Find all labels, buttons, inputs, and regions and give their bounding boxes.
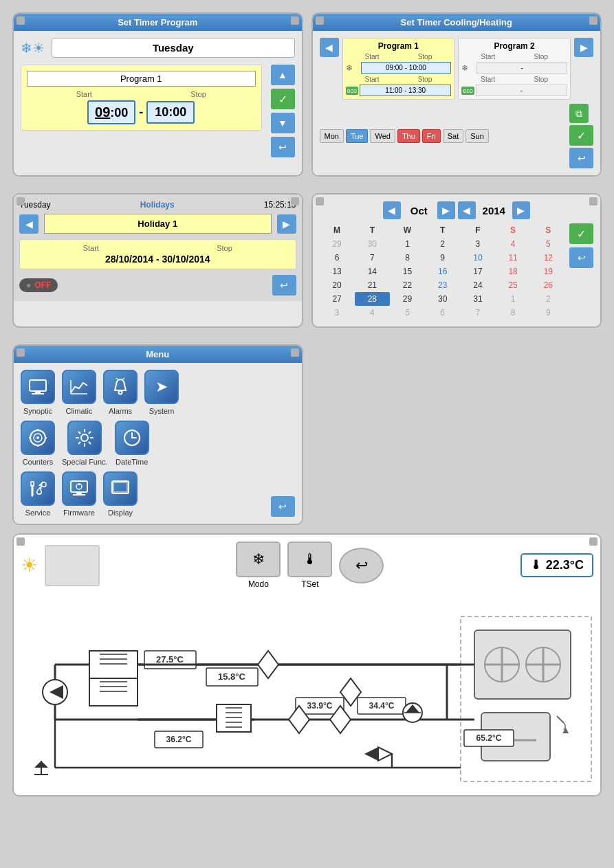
day-mon-button[interactable]: Mon <box>320 129 344 143</box>
prev-month-button[interactable]: ◀ <box>383 201 401 219</box>
table-row[interactable]: 2 <box>531 292 566 306</box>
menu-reset-button[interactable]: ↩ <box>271 496 295 517</box>
table-row[interactable]: 30 <box>425 292 460 306</box>
menu-item-service[interactable]: Service <box>21 471 55 517</box>
menu-item-firmware[interactable]: Firmware <box>62 471 96 517</box>
table-row[interactable]: 22 <box>390 278 425 292</box>
table-row[interactable]: 1 <box>496 292 531 306</box>
table-row[interactable]: 29 <box>390 292 425 306</box>
table-row[interactable]: 17 <box>460 265 495 278</box>
table-row[interactable]: 30 <box>355 237 390 251</box>
cal-header-s2: S <box>531 223 566 237</box>
program2-label: Program 2 <box>461 41 567 51</box>
menu-item-datetime[interactable]: DateTime <box>115 421 149 466</box>
table-row[interactable]: 6 <box>425 306 460 320</box>
table-row[interactable]: 27 <box>320 292 355 306</box>
menu-item-display[interactable]: Display <box>103 471 138 517</box>
table-row[interactable]: 5 <box>390 306 425 320</box>
table-row[interactable]: 9 <box>531 306 566 320</box>
next-month-button[interactable]: ▶ <box>437 201 455 219</box>
reset-cooling-button[interactable]: ↩ <box>569 148 593 168</box>
table-row[interactable]: 9 <box>425 251 460 265</box>
copy-button[interactable]: ⧉ <box>569 104 589 123</box>
table-row[interactable]: 28 <box>355 292 390 306</box>
table-row[interactable]: 14 <box>355 265 390 278</box>
table-row[interactable]: 7 <box>355 251 390 265</box>
time-up-button[interactable]: ▲ <box>271 65 295 85</box>
table-row[interactable]: 4 <box>355 306 390 320</box>
menu-item-climatic[interactable]: Climatic <box>62 370 96 415</box>
tset-label: TSet <box>301 579 318 589</box>
table-row[interactable]: 24 <box>460 278 495 292</box>
table-row[interactable]: 29 <box>320 237 355 251</box>
table-row[interactable]: 16 <box>425 265 460 278</box>
table-row[interactable]: 3 <box>460 237 495 251</box>
table-row[interactable]: 7 <box>460 306 495 320</box>
table-row[interactable]: 31 <box>460 292 495 306</box>
start-time-box[interactable]: 09:00 <box>87 100 135 124</box>
svg-line-6 <box>116 378 118 379</box>
table-row[interactable]: 20 <box>320 278 355 292</box>
table-row[interactable]: 3 <box>320 306 355 320</box>
back-button[interactable]: ↩ <box>339 548 384 583</box>
next-year-button[interactable]: ▶ <box>512 201 530 219</box>
day-tue-button[interactable]: Tue <box>346 129 369 143</box>
tset-button-container[interactable]: 🌡 TSet <box>287 542 332 589</box>
svg-text:34.4°C: 34.4°C <box>369 701 395 711</box>
next-holiday-button[interactable]: ▶ <box>277 214 296 234</box>
table-row[interactable]: 12 <box>531 251 566 265</box>
table-row[interactable]: 26 <box>531 278 566 292</box>
menu-item-counters[interactable]: Counters <box>21 421 55 466</box>
menu-item-alarms[interactable]: Alarms <box>103 370 138 415</box>
p1-cool-time[interactable]: 09:00 - 10:00 <box>361 62 452 74</box>
prev-holiday-button[interactable]: ◀ <box>19 214 39 234</box>
day-thu-button[interactable]: Thu <box>397 129 420 143</box>
reset-button[interactable]: ↩ <box>271 137 295 157</box>
holiday-reset-button[interactable]: ↩ <box>272 275 296 296</box>
confirm-button[interactable]: ✓ <box>271 89 295 109</box>
table-row[interactable]: 11 <box>496 251 531 265</box>
cal-reset-button[interactable]: ↩ <box>569 247 593 268</box>
table-row[interactable]: 8 <box>496 306 531 320</box>
svg-point-15 <box>81 434 88 441</box>
p1-eco-time[interactable]: 11:00 - 13:30 <box>360 85 451 96</box>
table-row[interactable]: 23 <box>425 278 460 292</box>
svg-rect-26 <box>112 481 129 493</box>
table-row[interactable]: 13 <box>320 265 355 278</box>
menu-item-system[interactable]: ➤ System <box>144 370 179 415</box>
day-fri-button[interactable]: Fri <box>422 129 441 143</box>
table-row[interactable]: 21 <box>355 278 390 292</box>
stop-time-box[interactable]: 10:00 <box>146 101 195 124</box>
table-row[interactable]: 18 <box>496 265 531 278</box>
table-row[interactable]: 19 <box>531 265 566 278</box>
datetime-label: DateTime <box>116 458 148 466</box>
table-row[interactable]: 2 <box>425 237 460 251</box>
time-down-button[interactable]: ▼ <box>271 113 295 133</box>
table-row[interactable]: 25 <box>496 278 531 292</box>
table-row[interactable]: 4 <box>496 237 531 251</box>
start-label-p2-eco: Start <box>481 76 495 83</box>
p2-eco-time[interactable]: - <box>476 85 567 96</box>
cal-confirm-button[interactable]: ✓ <box>569 223 593 244</box>
svg-rect-27 <box>113 482 127 492</box>
counters-icon <box>21 421 55 455</box>
prev-year-button[interactable]: ◀ <box>458 201 476 219</box>
day-wed-button[interactable]: Wed <box>370 129 395 143</box>
start-label-p1-eco: Start <box>365 76 380 83</box>
day-sun-button[interactable]: Sun <box>465 129 489 143</box>
table-row[interactable]: 15 <box>390 265 425 278</box>
confirm-cooling-button[interactable]: ✓ <box>569 125 593 146</box>
table-row[interactable]: 10 <box>460 251 495 265</box>
holiday-toggle-button[interactable]: OFF <box>19 278 58 292</box>
table-row[interactable]: 6 <box>320 251 355 265</box>
table-row[interactable]: 1 <box>390 237 425 251</box>
table-row[interactable]: 5 <box>531 237 566 251</box>
modo-button-container[interactable]: ❄ Modo <box>236 542 281 589</box>
p2-cool-time[interactable]: - <box>476 62 567 74</box>
prev-program-button[interactable]: ◀ <box>320 38 339 57</box>
day-sat-button[interactable]: Sat <box>443 129 464 143</box>
next-program-button[interactable]: ▶ <box>574 38 593 57</box>
menu-item-special-func[interactable]: Special Func. <box>62 421 108 466</box>
table-row[interactable]: 8 <box>390 251 425 265</box>
menu-item-synoptic[interactable]: Synoptic <box>21 370 55 415</box>
